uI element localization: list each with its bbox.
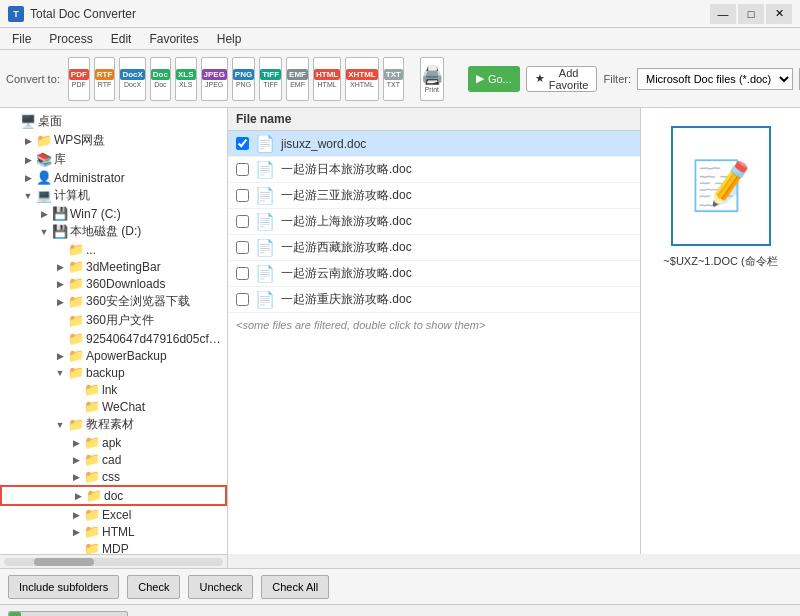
file-checkbox-1[interactable] (236, 137, 249, 150)
file-row-5[interactable]: 📄 一起游西藏旅游攻略.doc (228, 235, 640, 261)
tree-label-dotdot: ... (86, 243, 96, 257)
tree-label-apk: apk (102, 436, 121, 450)
format-emf-button[interactable]: EMF EMF (286, 57, 309, 101)
tree-item-desktop[interactable]: 🖥️ 桌面 (0, 112, 227, 131)
tree-item-cad[interactable]: ▶ 📁 cad (0, 451, 227, 468)
tree-item-apower[interactable]: ▶ 📁 ApowerBackup (0, 347, 227, 364)
tree-item-lnk[interactable]: 📁 lnk (0, 381, 227, 398)
file-row-6[interactable]: 📄 一起游云南旅游攻略.doc (228, 261, 640, 287)
go-button[interactable]: ▶ Go... (468, 66, 520, 92)
menu-help[interactable]: Help (209, 30, 250, 48)
file-row-4[interactable]: 📄 一起游上海旅游攻略.doc (228, 209, 640, 235)
format-pdf-button[interactable]: PDF PDF (68, 57, 90, 101)
file-checkbox-6[interactable] (236, 267, 249, 280)
tree-item-dotdot[interactable]: 📁 ... (0, 241, 227, 258)
file-name-5: 一起游西藏旅游攻略.doc (281, 239, 412, 256)
file-checkbox-5[interactable] (236, 241, 249, 254)
tree-item-doc[interactable]: ▶ 📁 doc (0, 485, 227, 506)
tiff-badge: TIFF (260, 69, 281, 80)
add-fav-label: Add Favorite (549, 67, 589, 91)
tree-item-mdp[interactable]: 📁 MDP (0, 540, 227, 554)
expand-360browser-icon: ▶ (52, 297, 68, 307)
format-xls-button[interactable]: XLS XLS (175, 57, 197, 101)
html-label: HTML (318, 81, 337, 88)
file-checkbox-3[interactable] (236, 189, 249, 202)
star-icon: ★ (535, 72, 545, 85)
menu-edit[interactable]: Edit (103, 30, 140, 48)
360user-icon: 📁 (68, 313, 84, 328)
minimize-button[interactable]: — (710, 4, 736, 24)
tree-item-wps[interactable]: ▶ 📁 WPS网盘 (0, 131, 227, 150)
tree-item-win7c[interactable]: ▶ 💾 Win7 (C:) (0, 205, 227, 222)
tree-hscrollbar[interactable] (0, 554, 228, 568)
tree-item-css[interactable]: ▶ 📁 css (0, 468, 227, 485)
title-bar-left: T Total Doc Converter (8, 6, 136, 22)
check-button[interactable]: Check (127, 575, 180, 599)
tree-item-backup[interactable]: ▼ 📁 backup (0, 364, 227, 381)
file-checkbox-7[interactable] (236, 293, 249, 306)
uncheck-button[interactable]: Uncheck (188, 575, 253, 599)
add-favorite-button[interactable]: ★ Add Favorite (526, 66, 598, 92)
format-jpeg-button[interactable]: JPEG JPEG (201, 57, 228, 101)
tree-item-360user[interactable]: 📁 360用户文件 (0, 311, 227, 330)
file-row-1[interactable]: 📄 jisuxz_word.doc (228, 131, 640, 157)
tree-item-3dmeeting[interactable]: ▶ 📁 3dMeetingBar (0, 258, 227, 275)
tree-item-html-folder[interactable]: ▶ 📁 HTML (0, 523, 227, 540)
tree-label-apower: ApowerBackup (86, 349, 167, 363)
include-subfolders-button[interactable]: Include subfolders (8, 575, 119, 599)
docx-badge: DocX (120, 69, 144, 80)
close-button[interactable]: ✕ (766, 4, 792, 24)
print-button[interactable]: 🖨️ Print (420, 57, 444, 101)
tree-label-9254: 92540647d47916d05cfdb1daf6 (86, 332, 227, 346)
file-checkbox-2[interactable] (236, 163, 249, 176)
tree-item-apk[interactable]: ▶ 📁 apk (0, 434, 227, 451)
format-html-button[interactable]: HTML HTML (313, 57, 341, 101)
win7c-icon: 💾 (52, 206, 68, 221)
filter-section: ▶ Go... ★ Add Favorite Filter: Microsoft… (468, 66, 800, 92)
format-png-button[interactable]: PNG PNG (232, 57, 255, 101)
format-doc-button[interactable]: Doc Doc (150, 57, 171, 101)
emf-badge: EMF (287, 69, 308, 80)
emf-label: EMF (290, 81, 305, 88)
dotdot-icon: 📁 (68, 242, 84, 257)
filter-select[interactable]: Microsoft Doc files (*.doc) (637, 68, 793, 90)
file-icon-7: 📄 (255, 290, 275, 309)
maximize-button[interactable]: □ (738, 4, 764, 24)
file-name-1: jisuxz_word.doc (281, 137, 366, 151)
tree-item-library[interactable]: ▶ 📚 库 (0, 150, 227, 169)
expand-win7c-icon: ▶ (36, 209, 52, 219)
format-tiff-button[interactable]: TIFF TIFF (259, 57, 282, 101)
tree-item-9254[interactable]: 📁 92540647d47916d05cfdb1daf6 (0, 330, 227, 347)
tree-item-excel[interactable]: ▶ 📁 Excel (0, 506, 227, 523)
tree-item-jcsc[interactable]: ▼ 📁 教程素材 (0, 415, 227, 434)
menu-process[interactable]: Process (41, 30, 100, 48)
expand-cad-icon: ▶ (68, 455, 84, 465)
expand-apower-icon: ▶ (52, 351, 68, 361)
3dmeeting-icon: 📁 (68, 259, 84, 274)
tree-item-computer[interactable]: ▼ 💻 计算机 (0, 186, 227, 205)
format-txt-button[interactable]: TXT TXT (383, 57, 404, 101)
tree-item-wechat[interactable]: 📁 WeChat (0, 398, 227, 415)
check-all-button[interactable]: Check All (261, 575, 329, 599)
xls-label: XLS (179, 81, 192, 88)
format-xhtml-button[interactable]: XHTML XHTML (345, 57, 379, 101)
file-checkbox-4[interactable] (236, 215, 249, 228)
menu-file[interactable]: File (4, 30, 39, 48)
menu-bar: File Process Edit Favorites Help (0, 28, 800, 50)
tree-item-360dl[interactable]: ▶ 📁 360Downloads (0, 275, 227, 292)
tree-item-360browser[interactable]: ▶ 📁 360安全浏览器下载 (0, 292, 227, 311)
hscroll-thumb[interactable] (34, 558, 94, 566)
html-badge: HTML (314, 69, 340, 80)
title-bar: T Total Doc Converter — □ ✕ (0, 0, 800, 28)
format-rtf-button[interactable]: RTF RTF (94, 57, 116, 101)
tree-label-3dmeeting: 3dMeetingBar (86, 260, 161, 274)
tree-item-diskd[interactable]: ▼ 💾 本地磁盘 (D:) (0, 222, 227, 241)
expand-diskd-icon: ▼ (36, 227, 52, 237)
format-docx-button[interactable]: DocX DocX (119, 57, 145, 101)
menu-favorites[interactable]: Favorites (141, 30, 206, 48)
xls-badge: XLS (176, 69, 196, 80)
tree-item-admin[interactable]: ▶ 👤 Administrator (0, 169, 227, 186)
file-row-7[interactable]: 📄 一起游重庆旅游攻略.doc (228, 287, 640, 313)
file-row-2[interactable]: 📄 一起游日本旅游攻略.doc (228, 157, 640, 183)
file-row-3[interactable]: 📄 一起游三亚旅游攻略.doc (228, 183, 640, 209)
